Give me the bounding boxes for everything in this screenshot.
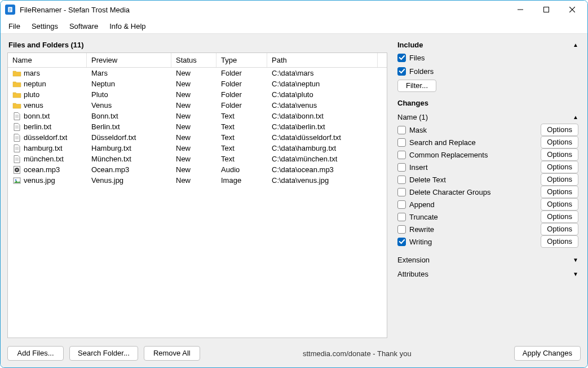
options-button[interactable]: Options xyxy=(541,173,578,186)
collapse-icon: ▲ xyxy=(573,114,578,120)
table-row[interactable]: münchen.txtMünchen.txtNewTextC:\data\mün… xyxy=(8,154,387,164)
change-option-row: Delete TextOptions xyxy=(396,173,580,186)
file-name: münchen.txt xyxy=(24,155,64,163)
menu-info[interactable]: Info & Help xyxy=(104,20,151,32)
cell-preview: Ocean.mp3 xyxy=(87,164,171,175)
menu-file[interactable]: File xyxy=(3,20,26,32)
table-row[interactable]: düsseldorf.txtDüsseldorf.txtNewTextC:\da… xyxy=(8,132,387,143)
filter-button[interactable]: Filter... xyxy=(397,80,436,92)
change-label[interactable]: Writing xyxy=(409,238,432,246)
include-files-checkbox[interactable] xyxy=(397,54,406,62)
cell-name: düsseldorf.txt xyxy=(8,132,87,143)
include-folders-checkbox[interactable] xyxy=(397,67,406,76)
include-header[interactable]: Include ▲ xyxy=(396,40,580,50)
cell-path: C:\data\neptun xyxy=(267,78,378,89)
remove-all-button[interactable]: Remove All xyxy=(144,346,200,361)
cell-preview: Pluto xyxy=(87,89,171,100)
cell-status: New xyxy=(171,175,216,186)
table-row[interactable]: venus.jpgVenus.jpgNewImageC:\data\venus.… xyxy=(8,175,387,186)
change-checkbox[interactable] xyxy=(397,188,406,196)
col-header-preview[interactable]: Preview xyxy=(87,53,171,67)
files-grid-body[interactable]: marsMarsNewFolderC:\data\marsneptunNeptu… xyxy=(8,68,387,338)
add-files-button[interactable]: Add Files... xyxy=(7,346,64,361)
table-row[interactable]: ocean.mp3Ocean.mp3NewAudioC:\data\ocean.… xyxy=(8,164,387,175)
menubar: File Settings Software Info & Help xyxy=(1,19,587,33)
collapse-icon: ▲ xyxy=(573,42,578,48)
change-label[interactable]: Common Replacements xyxy=(409,151,488,159)
change-label[interactable]: Append xyxy=(409,200,435,209)
doc-icon xyxy=(12,133,21,142)
options-button[interactable]: Options xyxy=(541,124,578,136)
change-checkbox[interactable] xyxy=(397,238,406,246)
changes-extension-header[interactable]: Extension ▼ xyxy=(396,252,580,265)
change-checkbox[interactable] xyxy=(397,213,406,221)
include-folders-label: Folders xyxy=(409,67,434,76)
cell-status: New xyxy=(171,68,216,78)
col-header-status[interactable]: Status xyxy=(171,53,216,67)
table-row[interactable]: venusVenusNewFolderC:\data\venus xyxy=(8,100,387,111)
col-header-name[interactable]: Name xyxy=(8,53,87,67)
change-checkbox[interactable] xyxy=(397,138,406,147)
changes-name-header[interactable]: Name (1) ▲ xyxy=(396,109,580,122)
change-label[interactable]: Rewrite xyxy=(409,225,434,234)
options-button[interactable]: Options xyxy=(541,198,578,211)
filter-row: Filter... xyxy=(396,78,580,97)
change-checkbox[interactable] xyxy=(397,200,406,209)
donate-text[interactable]: sttmedia.com/donate - Thank you xyxy=(206,349,509,358)
search-folder-button[interactable]: Search Folder... xyxy=(69,346,138,361)
options-button[interactable]: Options xyxy=(541,136,578,148)
table-row[interactable]: hamburg.txtHamburg.txtNewTextC:\data\ham… xyxy=(8,143,387,154)
doc-icon xyxy=(12,144,21,153)
menu-settings[interactable]: Settings xyxy=(26,20,64,32)
minimize-button[interactable] xyxy=(507,1,533,18)
change-checkbox[interactable] xyxy=(397,163,406,172)
cell-type: Text xyxy=(216,154,267,164)
options-button[interactable]: Options xyxy=(541,186,578,198)
file-name: pluto xyxy=(24,90,39,99)
cell-name: münchen.txt xyxy=(8,154,87,164)
include-files-label: Files xyxy=(409,54,425,62)
change-label[interactable]: Delete Text xyxy=(409,176,446,184)
change-checkbox[interactable] xyxy=(397,151,406,159)
change-label[interactable]: Insert xyxy=(409,163,428,172)
cell-path: C:\data\münchen.txt xyxy=(267,154,378,164)
options-button[interactable]: Options xyxy=(541,211,578,223)
apply-changes-button[interactable]: Apply Changes xyxy=(514,346,581,361)
cell-path: C:\data\venus xyxy=(267,100,378,111)
change-option-row: TruncateOptions xyxy=(396,211,580,223)
table-row[interactable]: berlin.txtBerlin.txtNewTextC:\data\berli… xyxy=(8,121,387,132)
options-button[interactable]: Options xyxy=(541,148,578,161)
change-checkbox[interactable] xyxy=(397,176,406,184)
table-row[interactable]: neptunNeptunNewFolderC:\data\neptun xyxy=(8,78,387,89)
menu-software[interactable]: Software xyxy=(64,20,104,32)
options-button[interactable]: Options xyxy=(541,223,578,235)
cell-preview: Neptun xyxy=(87,78,171,89)
changes-attributes-title: Attributes xyxy=(397,270,428,278)
include-folders-row[interactable]: Folders xyxy=(396,65,580,77)
col-header-path[interactable]: Path xyxy=(267,53,378,67)
cell-status: New xyxy=(171,121,216,132)
table-row[interactable]: marsMarsNewFolderC:\data\mars xyxy=(8,68,387,78)
file-name: neptun xyxy=(24,80,46,88)
change-label[interactable]: Truncate xyxy=(409,213,438,221)
include-files-row[interactable]: Files xyxy=(396,51,580,64)
options-button[interactable]: Options xyxy=(541,161,578,173)
close-button[interactable] xyxy=(559,1,585,18)
change-checkbox[interactable] xyxy=(397,126,406,134)
cell-status: New xyxy=(171,164,216,175)
change-label[interactable]: Mask xyxy=(409,126,427,134)
table-row[interactable]: bonn.txtBonn.txtNewTextC:\data\bonn.txt xyxy=(8,111,387,121)
changes-attributes-header[interactable]: Attributes ▼ xyxy=(396,266,580,279)
file-name: mars xyxy=(24,69,40,77)
maximize-button[interactable] xyxy=(533,1,559,18)
change-label[interactable]: Delete Character Groups xyxy=(409,188,491,196)
app-icon xyxy=(5,5,15,15)
options-button[interactable]: Options xyxy=(541,235,578,248)
expand-icon: ▼ xyxy=(573,257,578,263)
change-label[interactable]: Search and Replace xyxy=(409,138,476,147)
cell-status: New xyxy=(171,111,216,121)
cell-name: mars xyxy=(8,68,87,78)
change-checkbox[interactable] xyxy=(397,225,406,234)
table-row[interactable]: plutoPlutoNewFolderC:\data\pluto xyxy=(8,89,387,100)
col-header-type[interactable]: Type xyxy=(216,53,267,67)
